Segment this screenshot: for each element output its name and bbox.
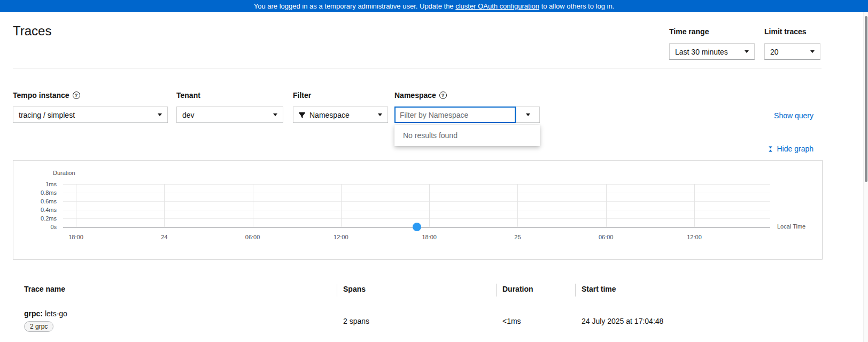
header-divider (13, 68, 821, 69)
x-tick-label: 24 (148, 234, 180, 240)
filter-funnel-icon (299, 112, 305, 118)
filter-type-value: Namespace (309, 111, 350, 119)
caret-down-icon (810, 50, 815, 53)
gridline (517, 184, 518, 227)
gridline (63, 210, 770, 210)
namespace-dropdown-menu: No results found (394, 125, 540, 146)
banner-text-after: to allow others to log in. (539, 2, 614, 10)
spans-cell: 2 spans (343, 317, 369, 325)
namespace-dropdown-toggle[interactable] (516, 107, 540, 123)
caret-down-icon (273, 113, 277, 116)
tenant-value: dev (182, 111, 195, 119)
tempo-instance-select[interactable]: tracing / simplest (13, 107, 168, 123)
caret-down-icon (158, 113, 162, 116)
scrollbar-track[interactable] (863, 12, 868, 342)
trace-kind-badge: 2 grpc (24, 321, 53, 332)
trace-name-cell[interactable]: grpc: lets-go (24, 309, 67, 318)
x-tick-label: 18:00 (60, 234, 92, 240)
x-tick-label: 06:00 (590, 234, 622, 240)
tempo-instance-value: tracing / simplest (19, 111, 75, 119)
show-query-link[interactable]: Show query (774, 111, 813, 120)
time-range-value: Last 30 minutes (675, 48, 728, 56)
help-icon[interactable]: ? (439, 92, 447, 99)
help-icon[interactable]: ? (73, 92, 80, 99)
caret-down-icon (745, 50, 749, 53)
tempo-instance-label: Tempo instance ? (13, 91, 80, 100)
hide-graph-label: Hide graph (777, 145, 814, 153)
y-tick-label: 0.8ms (33, 189, 57, 196)
filter-type-select[interactable]: Namespace (293, 107, 388, 123)
namespace-label: Namespace ? (394, 91, 447, 100)
filter-label: Filter (293, 91, 311, 100)
trace-name-prefix: grpc: (24, 309, 43, 318)
y-tick-label: 0.6ms (33, 198, 57, 204)
duration-cell: <1ms (502, 317, 521, 325)
gridline (341, 184, 342, 227)
banner-text-before: You are logged in as a temporary adminis… (254, 2, 455, 10)
gridline (694, 184, 695, 227)
y-tick-label: 0.4ms (33, 207, 57, 213)
column-divider (337, 284, 337, 297)
oauth-config-link[interactable]: cluster OAuth configuration (455, 2, 539, 10)
time-range-select[interactable]: Last 30 minutes (669, 43, 755, 60)
limit-traces-select[interactable]: 20 (764, 43, 820, 60)
time-range-label: Time range (669, 27, 709, 36)
column-divider (575, 284, 576, 297)
x-axis-title: Local Time (777, 223, 805, 230)
y-tick-label: 0s (33, 224, 57, 230)
compress-icon (767, 146, 774, 153)
namespace-label-text: Namespace (394, 91, 436, 100)
column-header-trace-name[interactable]: Trace name (24, 285, 65, 293)
gridline (606, 184, 607, 227)
x-tick-label: 12:00 (678, 234, 710, 240)
y-axis-title: Duration (53, 170, 75, 176)
gridline (63, 184, 770, 185)
limit-traces-label: Limit traces (764, 27, 807, 36)
x-tick-label: 06:00 (237, 234, 269, 240)
caret-down-icon (378, 113, 382, 116)
x-tick-label: 18:00 (413, 234, 445, 240)
trace-point[interactable] (413, 223, 421, 231)
caret-down-icon (526, 113, 530, 116)
limit-traces-value: 20 (770, 48, 779, 56)
hide-graph-link[interactable]: Hide graph (767, 145, 814, 153)
scrollbar-thumb[interactable] (865, 16, 867, 182)
column-header-duration[interactable]: Duration (502, 285, 533, 293)
gridline (63, 201, 770, 202)
column-header-spans[interactable]: Spans (343, 285, 366, 293)
column-divider (496, 284, 497, 297)
tenant-select[interactable]: dev (176, 107, 283, 123)
x-tick-label: 25 (501, 234, 533, 240)
trace-name-rest: lets-go (43, 309, 67, 318)
gridline (63, 193, 770, 193)
y-tick-label: 1ms (33, 181, 57, 187)
login-banner: You are logged in as a temporary adminis… (0, 0, 868, 12)
tenant-label: Tenant (176, 91, 200, 100)
gridline (164, 184, 165, 227)
column-header-start-time[interactable]: Start time (582, 285, 616, 293)
duration-graph-panel: Duration Local Time 1ms0.8ms0.6ms0.4ms0.… (13, 160, 823, 260)
page-title: Traces (13, 24, 51, 39)
y-tick-label: 0.2ms (33, 215, 57, 222)
namespace-filter-input[interactable] (394, 107, 516, 123)
gridline (253, 184, 253, 227)
start-time-cell: 24 July 2025 at 17:04:48 (582, 317, 663, 325)
tempo-instance-label-text: Tempo instance (13, 91, 69, 100)
x-tick-label: 12:00 (325, 234, 357, 240)
gridline (429, 184, 430, 227)
no-results-option: No results found (394, 125, 540, 146)
gridline (63, 218, 770, 219)
gridline (76, 184, 76, 227)
